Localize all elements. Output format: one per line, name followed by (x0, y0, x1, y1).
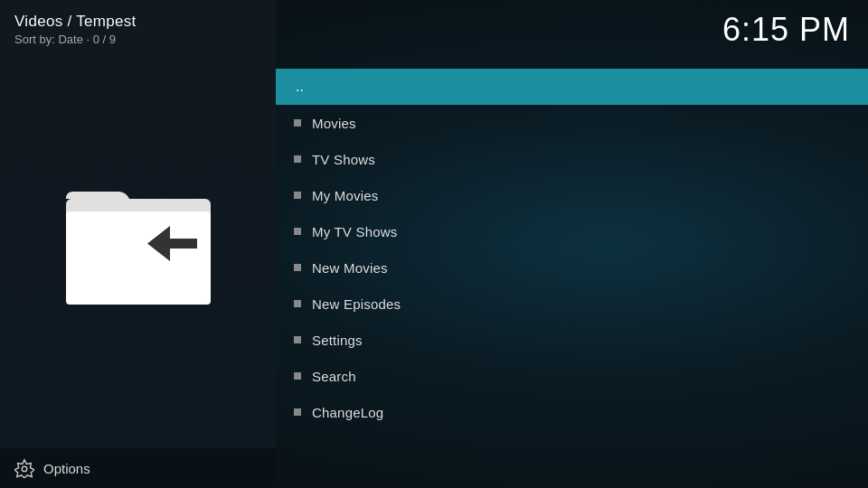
item-label-newmovies: New Movies (312, 260, 388, 276)
settings-icon (14, 458, 34, 478)
menu-item-mytvshows[interactable]: My TV Shows (276, 213, 868, 249)
menu-item-parent[interactable]: .. (276, 69, 868, 105)
bullet-mytvshows (294, 228, 301, 235)
menu-item-tvshows[interactable]: TV Shows (276, 141, 868, 177)
page-title: Videos / Tempest (14, 13, 261, 31)
menu-item-movies[interactable]: Movies (276, 105, 868, 141)
menu-item-newmovies[interactable]: New Movies (276, 249, 868, 286)
bullet-newmovies (294, 264, 301, 271)
menu-item-mymovies[interactable]: My Movies (276, 177, 868, 213)
menu-item-changelog[interactable]: ChangeLog (276, 394, 868, 430)
item-label-parent: .. (296, 79, 304, 95)
menu-item-settings[interactable]: Settings (276, 322, 868, 358)
folder-icon-container (0, 53, 276, 434)
bullet-movies (294, 119, 301, 127)
svg-point-4 (22, 466, 27, 472)
menu-item-search[interactable]: Search (276, 358, 868, 394)
folder-back-icon (66, 183, 211, 305)
item-label-search: Search (312, 369, 356, 384)
menu-list: .. Movies TV Shows My Movies My TV Shows (276, 69, 868, 430)
options-label: Options (43, 461, 90, 476)
svg-marker-3 (14, 460, 34, 478)
bullet-mymovies (294, 192, 301, 199)
bullet-settings (294, 336, 301, 343)
item-label-mytvshows: My TV Shows (312, 224, 397, 239)
item-label-settings: Settings (312, 333, 363, 348)
item-label-movies: Movies (312, 116, 356, 131)
page-subtitle: Sort by: Date · 0 / 9 (14, 33, 261, 46)
clock-display: 6:15 PM (722, 11, 850, 49)
options-bar[interactable]: Options (0, 448, 276, 488)
item-label-newepisodes: New Episodes (312, 296, 401, 312)
bullet-changelog (294, 408, 301, 416)
main-layout: Videos / Tempest Sort by: Date · 0 / 9 O… (0, 0, 868, 488)
header-info: Videos / Tempest Sort by: Date · 0 / 9 (0, 0, 276, 53)
item-label-mymovies: My Movies (312, 188, 378, 203)
svg-rect-1 (66, 211, 211, 305)
item-label-changelog: ChangeLog (312, 405, 383, 420)
item-label-tvshows: TV Shows (312, 152, 375, 167)
bullet-newepisodes (294, 300, 301, 307)
bullet-tvshows (294, 155, 301, 163)
left-panel: Videos / Tempest Sort by: Date · 0 / 9 O… (0, 0, 276, 488)
bullet-search (294, 372, 301, 380)
right-panel: 6:15 PM .. Movies TV Shows My Movies (276, 0, 868, 488)
menu-item-newepisodes[interactable]: New Episodes (276, 286, 868, 322)
